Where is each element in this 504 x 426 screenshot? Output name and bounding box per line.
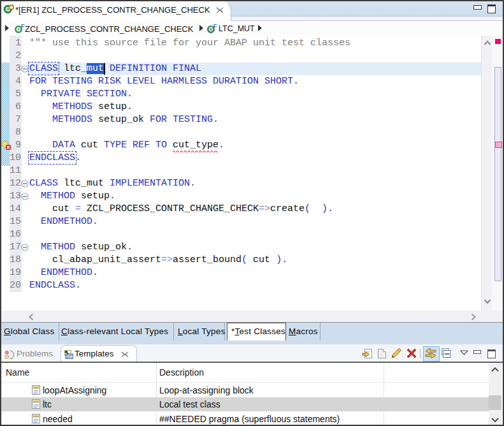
svg-text:F: F	[21, 23, 25, 29]
svg-text:F: F	[213, 23, 217, 29]
